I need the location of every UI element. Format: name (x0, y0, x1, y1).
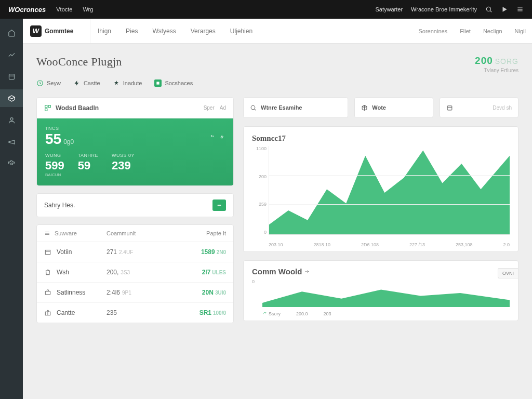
chart-y-labels: 1100 200 259 0 (252, 146, 267, 235)
os-topbar: WOcronces Vtocte Wrg Satywarter Wracone … (0, 0, 532, 19)
svg-rect-28 (447, 105, 452, 110)
svg-rect-23 (45, 291, 50, 295)
svg-line-27 (255, 109, 256, 110)
tab-item[interactable]: Verarges (183, 19, 223, 43)
tab-item[interactable]: Ihign (90, 19, 118, 43)
stats-card: Wodsd Baadln SperAd TNCS 550g0 (36, 97, 234, 186)
mini-card[interactable]: Wote (354, 97, 433, 118)
tab-right-item[interactable]: Fliet (454, 19, 477, 43)
svg-point-26 (251, 105, 255, 110)
svg-line-1 (490, 10, 491, 12)
table-row[interactable]: Votiin 2712.4UF 15892N0 (37, 242, 233, 262)
td: SR1 (200, 309, 211, 316)
chip[interactable]: Castte (73, 79, 100, 87)
card-link[interactable]: Sper (204, 105, 215, 111)
chip[interactable]: Seyw (36, 79, 61, 87)
sidebar-item-customers[interactable] (0, 111, 23, 129)
chart-plot (269, 146, 510, 235)
topbar-link[interactable]: Satywarter (375, 6, 403, 12)
chip-label: Socshaces (165, 80, 193, 86)
filter-chips: Seyw Castte Inadute Socshaces (36, 79, 518, 87)
card-link[interactable]: Ad (220, 105, 226, 111)
sidebar-item-marketing[interactable] (0, 133, 23, 151)
cell-value: 59 (78, 159, 98, 172)
sidebar-item-analytics[interactable] (0, 46, 23, 63)
td-dim: 2N0 (217, 249, 226, 255)
tab-right-item[interactable]: Sorennines (412, 19, 454, 43)
topbar-link[interactable]: Wracone Broe Immekerity (411, 6, 477, 12)
chart-tag[interactable]: OVNI (498, 268, 518, 278)
chip[interactable]: Inadute (113, 79, 142, 87)
app-logo-label: Gommtee (45, 28, 73, 35)
table-row[interactable]: Satlinness 2:4l69P1 20N3Ul0 (37, 283, 233, 303)
mini-card[interactable]: Devd sh (440, 97, 518, 118)
svg-rect-6 (9, 74, 14, 79)
td-dim: 3S3 (121, 270, 130, 275)
td: Votiin (57, 248, 72, 256)
topnav-item[interactable]: Vtocte (56, 6, 72, 12)
sidebar-item-settings[interactable] (0, 155, 23, 172)
app-logo[interactable]: W Gommtee (23, 19, 90, 43)
mini-label: Wtnre Esamihe (261, 104, 302, 111)
chart-title: Comm Woold (252, 267, 510, 276)
search-icon[interactable] (485, 6, 493, 13)
tab-item[interactable]: Pies (118, 19, 145, 43)
td-dim: 9P1 (122, 290, 131, 296)
list-icon (44, 230, 50, 236)
table-row[interactable]: Wsh 200,3S3 2I7ULES (37, 262, 233, 283)
bag-icon (44, 269, 51, 276)
chart-title: Somncc17 (252, 134, 510, 143)
svg-point-0 (486, 7, 490, 11)
td: Cantte (57, 309, 75, 316)
sidebar-item-home[interactable] (0, 24, 23, 42)
chart-card-1: Somncc17 1100 200 259 0 (243, 126, 518, 252)
cube-icon (361, 104, 368, 111)
slim-action-button[interactable] (212, 200, 226, 211)
stat-mini-icons (209, 134, 225, 140)
chip[interactable]: Socshaces (154, 79, 193, 87)
td-dim: 3Ul0 (215, 290, 226, 296)
woo-icon: W (30, 25, 42, 37)
td: 1589 (201, 248, 215, 256)
slim-card[interactable]: Sahry Hes. (36, 193, 234, 217)
tab-right-item[interactable]: Neclign (477, 19, 509, 43)
svg-rect-21 (45, 250, 50, 255)
mini-label: Wote (372, 104, 386, 111)
tab-item[interactable]: Uljehien (223, 19, 260, 43)
sidebar-item-orders[interactable] (0, 68, 23, 85)
table-row[interactable]: Cantte 235 SR1100/0 (37, 303, 233, 323)
td-dim: 100/0 (213, 310, 226, 316)
topnav-item[interactable]: Wrg (83, 6, 93, 12)
mini-extra: Devd sh (493, 105, 512, 111)
td: 271 (107, 248, 117, 256)
cell-value: 239 (112, 159, 135, 172)
stat-sup: 0g0 (63, 138, 74, 145)
chip-label: Seyw (47, 80, 61, 86)
stat-value: 55 (45, 131, 61, 148)
cell-sub: BAICUN (45, 172, 64, 177)
app-tabs: W Gommtee Ihign Pies Wstyess Verarges Ul… (23, 19, 532, 44)
td: Wsh (57, 269, 69, 276)
chart-x-labels: 203 10 2818 10 2D6.108 227 /13 253,108 2… (269, 242, 510, 247)
tab-item[interactable]: Wstyess (145, 19, 183, 43)
sidebar-item-products[interactable] (0, 89, 23, 107)
refresh-icon (262, 312, 267, 316)
calendar-icon (446, 104, 453, 111)
stat-label: TNCS (45, 126, 74, 131)
td: 235 (107, 309, 117, 316)
arrow-right-icon (304, 269, 310, 275)
mini-card[interactable]: Wtnre Esamihe (243, 97, 348, 118)
svg-point-15 (211, 135, 212, 137)
menu-icon[interactable] (516, 6, 524, 13)
th: Suwvare (55, 230, 77, 236)
tab-right-item[interactable]: Nigil (509, 19, 532, 43)
chart2-x: Ssory 200.0 203 (262, 311, 510, 316)
play-icon[interactable] (501, 6, 508, 13)
svg-rect-17 (218, 205, 221, 206)
cell-value: 599 (45, 159, 64, 172)
svg-rect-14 (45, 109, 47, 111)
users-icon (209, 134, 215, 140)
svg-marker-2 (503, 7, 507, 11)
td: 2:4l6 (107, 289, 120, 296)
td: Satlinness (57, 289, 85, 296)
